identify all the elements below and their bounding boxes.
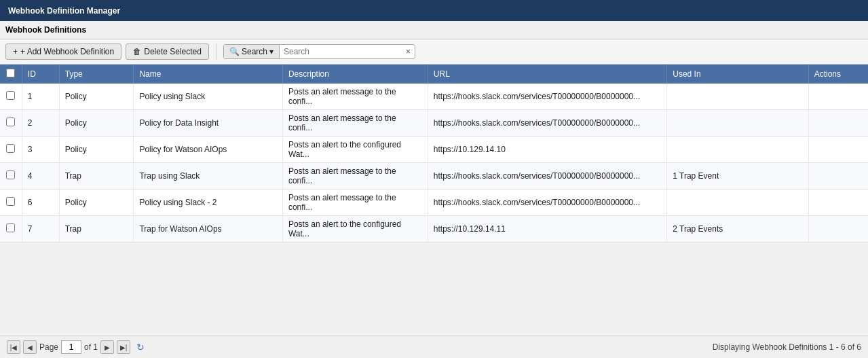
row-checkbox-cell <box>0 110 22 137</box>
add-icon: + <box>13 47 18 56</box>
section-title: Webhook Definitions <box>5 25 86 35</box>
header-id: ID <box>22 65 59 84</box>
row-name: Policy using Slack <box>134 84 282 110</box>
row-used-in: 2 Trap Events <box>667 216 808 243</box>
webhook-table: ID Type Name Description URL Used In Act… <box>0 65 868 243</box>
row-checkbox-4[interactable] <box>6 197 15 206</box>
row-checkbox-cell <box>0 190 22 216</box>
header-type: Type <box>59 65 134 84</box>
row-used-in: 1 Trap Event <box>667 163 808 190</box>
row-checkbox-cell <box>0 163 22 190</box>
row-actions <box>808 137 868 163</box>
row-checkbox-0[interactable] <box>6 91 15 100</box>
row-url: https://hooks.slack.com/services/T000000… <box>428 110 666 137</box>
chevron-down-icon: ▾ <box>269 47 273 56</box>
header-actions: Actions <box>808 65 868 84</box>
header-description: Description <box>282 65 428 84</box>
row-url: https://hooks.slack.com/services/T000000… <box>428 84 666 110</box>
table-header-row: ID Type Name Description URL Used In Act… <box>0 65 868 84</box>
table-row: 4 Trap Trap using Slack Posts an alert m… <box>0 163 868 190</box>
row-actions <box>808 190 868 216</box>
row-type: Policy <box>59 190 134 216</box>
row-id: 6 <box>22 190 59 216</box>
delete-selected-button[interactable]: 🗑 Delete Selected <box>126 43 209 60</box>
row-actions <box>808 84 868 110</box>
row-type: Policy <box>59 110 134 137</box>
row-url: https://hooks.slack.com/services/T000000… <box>428 163 666 190</box>
trash-icon: 🗑 <box>133 47 141 56</box>
table-container: ID Type Name Description URL Used In Act… <box>0 65 868 243</box>
title-bar: Webhook Definition Manager <box>0 0 868 21</box>
header-url: URL <box>428 65 666 84</box>
row-description: Posts an alert message to the confi... <box>282 110 428 137</box>
add-webhook-button[interactable]: + + Add Webhook Definition <box>5 43 121 60</box>
toolbar-separator <box>216 43 216 60</box>
row-checkbox-cell <box>0 216 22 243</box>
row-checkbox-cell <box>0 137 22 163</box>
row-type: Policy <box>59 137 134 163</box>
row-checkbox-cell <box>0 84 22 110</box>
row-name: Policy using Slack - 2 <box>134 190 282 216</box>
row-description: Posts an alert to the configured Wat... <box>282 137 428 163</box>
row-id: 7 <box>22 216 59 243</box>
toolbar: + + Add Webhook Definition 🗑 Delete Sele… <box>0 39 868 65</box>
table-row: 7 Trap Trap for Watson AIOps Posts an al… <box>0 216 868 243</box>
row-used-in <box>667 137 808 163</box>
table-row: 2 Policy Policy for Data Insight Posts a… <box>0 110 868 137</box>
row-actions <box>808 163 868 190</box>
header-used-in: Used In <box>667 65 808 84</box>
row-checkbox-5[interactable] <box>6 223 15 232</box>
row-description: Posts an alert message to the confi... <box>282 163 428 190</box>
row-used-in <box>667 190 808 216</box>
row-name: Policy for Data Insight <box>134 110 282 137</box>
delete-button-label: Delete Selected <box>144 47 202 56</box>
row-checkbox-1[interactable] <box>6 118 15 126</box>
row-actions <box>808 216 868 243</box>
row-checkbox-3[interactable] <box>6 171 15 179</box>
header-checkbox-col <box>0 65 22 84</box>
row-id: 3 <box>22 137 59 163</box>
row-actions <box>808 110 868 137</box>
table-row: 3 Policy Policy for Watson AIOps Posts a… <box>0 137 868 163</box>
row-id: 4 <box>22 163 59 190</box>
row-description: Posts an alert message to the confi... <box>282 84 428 110</box>
row-id: 1 <box>22 84 59 110</box>
row-url: https://10.129.14.10 <box>428 137 666 163</box>
row-name: Trap using Slack <box>134 163 282 190</box>
search-input[interactable] <box>280 45 402 58</box>
search-container: 🔍 Search ▾ × <box>223 44 415 59</box>
search-clear-button[interactable]: × <box>402 45 415 58</box>
app-title: Webhook Definition Manager <box>8 6 120 16</box>
row-id: 2 <box>22 110 59 137</box>
section-header: Webhook Definitions <box>0 21 868 39</box>
select-all-checkbox[interactable] <box>6 69 15 77</box>
row-type: Trap <box>59 163 134 190</box>
table-row: 6 Policy Policy using Slack - 2 Posts an… <box>0 190 868 216</box>
table-row: 1 Policy Policy using Slack Posts an ale… <box>0 84 868 110</box>
row-url: https://hooks.slack.com/services/T000000… <box>428 190 666 216</box>
row-name: Trap for Watson AIOps <box>134 216 282 243</box>
add-button-label: + Add Webhook Definition <box>20 47 114 56</box>
header-name: Name <box>134 65 282 84</box>
row-url: https://10.129.14.11 <box>428 216 666 243</box>
row-type: Policy <box>59 84 134 110</box>
search-dropdown-label: Search <box>242 47 267 56</box>
search-icon: 🔍 <box>229 47 240 56</box>
row-used-in <box>667 84 808 110</box>
row-description: Posts an alert message to the confi... <box>282 190 428 216</box>
row-description: Posts an alert to the configured Wat... <box>282 216 428 243</box>
row-type: Trap <box>59 216 134 243</box>
search-dropdown-button[interactable]: 🔍 Search ▾ <box>224 45 280 58</box>
row-used-in <box>667 110 808 137</box>
row-name: Policy for Watson AIOps <box>134 137 282 163</box>
row-checkbox-2[interactable] <box>6 144 15 153</box>
